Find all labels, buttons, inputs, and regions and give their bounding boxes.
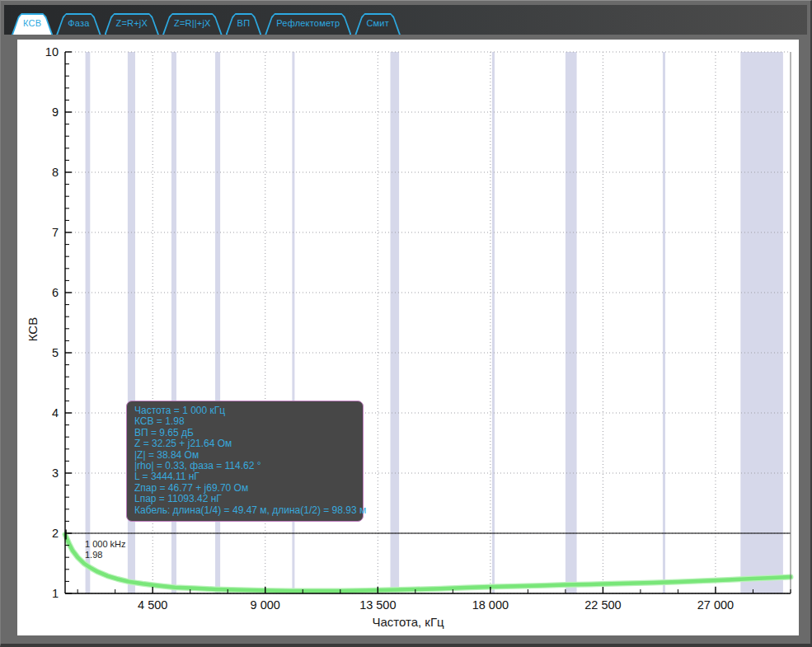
- tab-label: Рефлектометр: [265, 13, 351, 28]
- y-tick-label: 4: [52, 406, 59, 420]
- band-highlight: [663, 52, 665, 593]
- y-tick-label: 6: [52, 286, 59, 299]
- tab-label: КСВ: [12, 13, 53, 28]
- tab-strip: КСВФазаZ=R+jXZ=R||+jXВПРефлектометрСмит: [12, 13, 401, 35]
- tooltip-line: Частота = 1 000 кГц: [134, 406, 355, 416]
- y-tick-label: 5: [52, 346, 59, 359]
- y-tick-label: 8: [52, 166, 59, 179]
- tab-label: Z=R||+jX: [162, 13, 223, 28]
- tab-faza[interactable]: Фаза: [56, 13, 101, 35]
- tab-label: Z=R+jX: [105, 13, 160, 28]
- tab-label: Фаза: [56, 13, 101, 28]
- band-highlight: [492, 52, 495, 593]
- x-tick-label: 27 000: [697, 598, 734, 612]
- band-highlight: [390, 52, 399, 593]
- measurement-info-box: Частота = 1 000 кГцКСВ = 1.98ВП = 9.65 д…: [126, 401, 364, 522]
- tooltip-line: |Z| = 38.84 Ом: [134, 450, 355, 461]
- tooltip-line: Lпар = 11093.42 нГ: [134, 494, 355, 504]
- swr-plot[interactable]: 123456789104 5009 00013 50018 00022 5002…: [17, 40, 799, 635]
- y-tick-label: 7: [52, 226, 59, 239]
- x-tick-label: 9 000: [251, 598, 280, 612]
- y-tick-label: 2: [52, 527, 59, 540]
- chart-panel: 123456789104 5009 00013 50018 00022 5002…: [17, 40, 799, 635]
- tab-vp[interactable]: ВП: [226, 13, 262, 35]
- band-highlight: [86, 52, 91, 593]
- tab-label: ВП: [226, 13, 262, 28]
- x-tick-label: 13 500: [359, 598, 396, 612]
- tooltip-line: Z = 32.25 + j21.64 Ом: [134, 438, 355, 449]
- tooltip-line: |rho| = 0.33, фаза = 114.62 °: [134, 461, 355, 471]
- x-tick-label: 22 500: [584, 598, 621, 612]
- y-axis-title: КСВ: [26, 312, 40, 348]
- tooltip-line: Zпар = 46.77 + j69.70 Ом: [134, 483, 355, 494]
- tooltip-line: L = 3444.11 нГ: [134, 471, 355, 482]
- x-axis-title: Частота, кГц: [17, 615, 799, 629]
- window-frame: КСВФазаZ=R+jXZ=R||+jXВПРефлектометрСмит …: [0, 0, 812, 647]
- tab-reflektometr[interactable]: Рефлектометр: [265, 13, 351, 35]
- y-tick-label: 1: [52, 587, 59, 600]
- tooltip-line: КСВ = 1.98: [134, 416, 355, 427]
- y-tick-label: 3: [52, 466, 59, 480]
- tab-z-r-jx[interactable]: Z=R+jX: [105, 13, 160, 35]
- x-tick-label: 18 000: [472, 598, 509, 612]
- y-tick-label: 10: [45, 45, 59, 59]
- tab-z-rpar-jx[interactable]: Z=R||+jX: [162, 13, 223, 35]
- tooltip-line: ВП = 9.65 дБ: [134, 428, 355, 438]
- x-tick-label: 4 500: [138, 598, 167, 612]
- tab-smit[interactable]: Смит: [354, 13, 401, 35]
- y-tick-label: 9: [52, 105, 59, 119]
- tooltip-line: Кабель: длина(1/4) = 49.47 м, длина(1/2)…: [134, 505, 355, 516]
- tab-label: Смит: [354, 13, 401, 28]
- band-highlight: [566, 52, 577, 593]
- band-highlight: [740, 52, 783, 593]
- cursor-readout-label: 1 000 kHz 1.98: [85, 539, 126, 560]
- tab-ksv[interactable]: КСВ: [12, 13, 53, 35]
- tab-bar: КСВФазаZ=R+jXZ=R||+jXВПРефлектометрСмит: [4, 5, 807, 35]
